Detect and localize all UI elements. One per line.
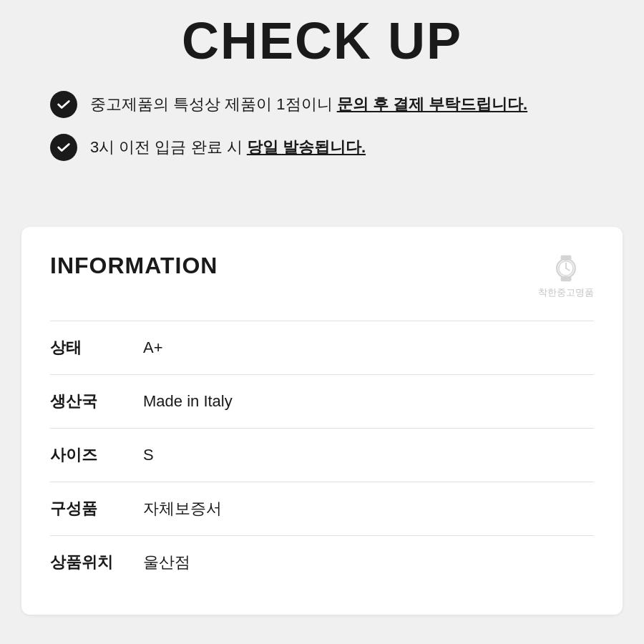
info-value-location: 울산점: [143, 552, 190, 573]
info-rows-container: 상태 A+ 생산국 Made in Italy 사이즈 S 구성품 자체보증서 …: [50, 321, 594, 589]
header-section: CHECK UP 중고제품의 특성상 제품이 1점이니 문의 후 결제 부탁드립…: [0, 0, 644, 198]
information-card: INFORMATION 착한중고명품 상태 A+: [21, 227, 623, 615]
check-text-2-bold: 당일 발송됩니다.: [247, 138, 366, 156]
info-value-origin: Made in Italy: [143, 392, 233, 411]
info-label-size: 사이즈: [50, 444, 143, 466]
info-row-status: 상태 A+: [50, 321, 594, 374]
info-label-status: 상태: [50, 337, 143, 358]
watermark: 착한중고명품: [538, 253, 594, 299]
page-wrapper: CHECK UP 중고제품의 특성상 제품이 1점이니 문의 후 결제 부탁드립…: [0, 0, 644, 615]
info-card-header: INFORMATION 착한중고명품: [50, 253, 594, 299]
info-label-origin: 생산국: [50, 391, 143, 412]
info-row-origin: 생산국 Made in Italy: [50, 374, 594, 428]
info-row-size: 사이즈 S: [50, 428, 594, 482]
info-row-components: 구성품 자체보증서: [50, 482, 594, 535]
check-text-1-bold: 문의 후 결제 부탁드립니다.: [337, 95, 527, 113]
info-row-location: 상품위치 울산점: [50, 535, 594, 589]
info-label-components: 구성품: [50, 498, 143, 519]
svg-line-5: [566, 268, 570, 270]
check-text-2: 3시 이전 입금 완료 시 당일 발송됩니다.: [90, 137, 366, 159]
check-text-1: 중고제품의 특성상 제품이 1점이니 문의 후 결제 부탁드립니다.: [90, 94, 527, 116]
check-item-1: 중고제품의 특성상 제품이 1점이니 문의 후 결제 부탁드립니다.: [50, 91, 594, 118]
info-value-status: A+: [143, 338, 163, 357]
checkmark-icon-2: [50, 134, 77, 161]
check-item-2: 3시 이전 입금 완료 시 당일 발송됩니다.: [50, 134, 594, 161]
watermark-label: 착한중고명품: [538, 287, 594, 299]
checkmark-icon-1: [50, 91, 77, 118]
info-value-size: S: [143, 446, 154, 464]
checklist: 중고제품의 특성상 제품이 1점이니 문의 후 결제 부탁드립니다. 3시 이전…: [29, 91, 615, 161]
section-divider: [0, 198, 644, 220]
info-section-title: INFORMATION: [50, 253, 218, 279]
page-title: CHECK UP: [29, 13, 615, 69]
info-value-components: 자체보증서: [143, 498, 222, 519]
info-label-location: 상품위치: [50, 552, 143, 573]
watch-icon: [550, 253, 582, 284]
